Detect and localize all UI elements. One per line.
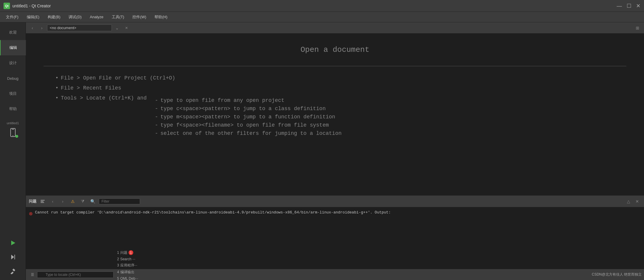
title-bar: Qt untitled1 - Qt Creator — ☐ ✕ [0, 0, 644, 12]
status-tab-3[interactable]: 3应用程序··· [114, 262, 141, 269]
device-dot [15, 135, 18, 138]
device-icon[interactable] [6, 126, 19, 139]
issues-warning-icon: ⚠ [69, 198, 76, 205]
list-item: select one of the other filters for jump… [155, 130, 342, 136]
welcome-title: Open a document [44, 45, 626, 54]
menu-item-h[interactable]: 帮助(H) [151, 13, 171, 21]
status-tab-5[interactable]: 5QML Deb··· [114, 276, 141, 280]
sidebar: 欢迎编辑设计Debug项目帮助 untitled1 [0, 22, 26, 280]
issues-search-icon[interactable]: 🔍 [89, 198, 96, 205]
sidebar-toggle-button[interactable]: ☰ [28, 271, 36, 279]
svg-rect-8 [41, 200, 45, 201]
menu-item-t[interactable]: 工具(T) [108, 13, 128, 21]
list-item: Tools > Locate (Ctrl+K) andtype to open … [55, 95, 626, 139]
svg-rect-6 [10, 271, 14, 274]
issues-expand-button[interactable]: △ [625, 198, 632, 205]
status-right: CSDN@北方有佳人 绝世而独立 [592, 272, 642, 277]
issues-close-button[interactable]: ✕ [633, 198, 641, 205]
maximize-button[interactable]: ☐ [627, 3, 631, 9]
list-item: type to open file from any open project [155, 97, 342, 103]
sidebar-bottom [0, 236, 26, 280]
forward-button[interactable]: › [38, 24, 46, 32]
close-button[interactable]: ✕ [636, 3, 640, 9]
editor-area: Open a document File > Open File or Proj… [26, 34, 644, 195]
doc-toolbar-right: ⊞ [633, 24, 642, 32]
status-tab-1[interactable]: 1问题1 [114, 249, 141, 256]
list-item: File > Recent Files [55, 85, 626, 91]
menu-bar: 文件(F)编辑(E)构建(B)调试(D)Analyze工具(T)控件(W)帮助(… [0, 12, 644, 22]
back-button[interactable]: ‹ [28, 24, 36, 32]
svg-point-2 [12, 135, 13, 136]
welcome-divider [44, 66, 626, 66]
step-button[interactable] [5, 251, 21, 264]
issues-right: △ ✕ [625, 198, 641, 205]
locate-wrapper: 🔍 [37, 271, 114, 278]
nav-dropdown-icon[interactable]: ⌄ [113, 24, 121, 32]
content-area: ‹ › ⌄ ✕ ⊞ Open a document File > Open Fi… [26, 22, 644, 280]
sidebar-item-[interactable]: 帮助 [0, 101, 26, 117]
issues-group-button[interactable] [39, 198, 46, 205]
sidebar-item-[interactable]: 欢迎 [0, 25, 26, 40]
menu-item-e[interactable]: 编辑(E) [23, 13, 43, 21]
sidebar-item-[interactable]: 设计 [0, 55, 26, 71]
issues-toolbar: 问题 ‹ › ⚠ ⧩ 🔍 △ ✕ [26, 195, 644, 207]
sidebar-item-debug[interactable]: Debug [0, 71, 26, 86]
status-tabs: 1问题12Search ···3应用程序···4编译输出5QML Deb···6… [114, 249, 141, 280]
status-badge-1: 1 [129, 250, 133, 255]
title-bar-left: Qt untitled1 - Qt Creator [4, 3, 51, 9]
app-icon: Qt [4, 3, 10, 9]
list-item: File > Open File or Project (Ctrl+O) [55, 75, 626, 81]
svg-rect-9 [41, 201, 44, 202]
status-bar: ☰ 🔍 1问题12Search ···3应用程序···4编译输出5QML Deb… [26, 269, 644, 280]
svg-marker-3 [11, 241, 15, 245]
welcome-list: File > Open File or Project (Ctrl+O)File… [44, 75, 626, 139]
device-section: untitled1 [0, 121, 26, 139]
svg-rect-10 [41, 202, 44, 203]
menu-item-b[interactable]: 构建(B) [44, 13, 64, 21]
split-view-button[interactable]: ⊞ [633, 24, 642, 32]
menu-item-w[interactable]: 控件(W) [129, 13, 150, 21]
svg-rect-1 [12, 129, 14, 130]
menu-item-d[interactable]: 调试(D) [65, 13, 85, 21]
list-item: type f<space><filename> to open file fro… [155, 122, 342, 128]
doc-toolbar: ‹ › ⌄ ✕ ⊞ [26, 22, 644, 34]
svg-rect-7 [12, 269, 15, 271]
sidebar-item-[interactable]: 编辑 [0, 40, 26, 55]
filter-input[interactable] [99, 198, 140, 204]
issues-title: 问题 [29, 199, 36, 204]
list-item: type m<space><pattern> to jump to a func… [155, 114, 342, 120]
window-controls: — ☐ ✕ [617, 3, 640, 9]
menu-item-analyze[interactable]: Analyze [86, 14, 107, 20]
status-tab-2[interactable]: 2Search ··· [114, 256, 141, 262]
locate-input[interactable] [37, 271, 114, 278]
issues-next-button[interactable]: › [59, 198, 66, 205]
title-text: untitled1 - Qt Creator [12, 4, 51, 8]
sidebar-nav: 欢迎编辑设计Debug项目帮助 [0, 25, 26, 117]
svg-marker-4 [11, 255, 14, 259]
main-layout: 欢迎编辑设计Debug项目帮助 untitled1 [0, 22, 644, 280]
sidebar-item-[interactable]: 项目 [0, 86, 26, 101]
error-row: ⊗ Cannot run target compiler 'D:\android… [29, 210, 641, 217]
issues-filter-icon[interactable]: ⧩ [79, 198, 86, 205]
doc-path-input[interactable] [47, 24, 112, 31]
list-item: type c<space><pattern> to jump to a clas… [155, 106, 342, 112]
status-tab-4[interactable]: 4编译输出 [114, 269, 141, 276]
error-text: Cannot run target compiler 'D:\android\a… [35, 210, 391, 216]
doc-close-button[interactable]: ✕ [122, 24, 131, 32]
device-label: untitled1 [7, 121, 19, 125]
error-icon: ⊗ [29, 210, 33, 217]
minimize-button[interactable]: — [617, 3, 622, 9]
build-button[interactable] [5, 265, 21, 278]
issues-prev-button[interactable]: ‹ [49, 198, 56, 205]
menu-item-f[interactable]: 文件(F) [2, 13, 22, 21]
run-button[interactable] [5, 236, 21, 249]
